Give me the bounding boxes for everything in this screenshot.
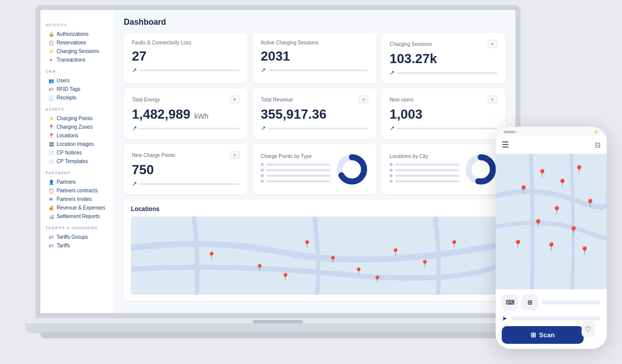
phone-bottom-panel: ⌨ ⊞ ➤ ⊞ Scan ♡ <box>496 289 607 349</box>
sidebar-item-label: Authorizations <box>57 31 88 37</box>
phone-pin-8: 📍 <box>513 239 523 249</box>
sidebar-item[interactable]: ✉ Partners Invites <box>45 195 109 203</box>
keyboard-icon-btn[interactable]: ⌨ <box>502 294 518 310</box>
card-value: 1,003 <box>390 108 497 121</box>
sidebar-item[interactable]: 📄 CP Templates <box>45 157 109 166</box>
sidebar-item-label: Charging Sessions <box>57 48 99 54</box>
stats-row-1: Faults & Connectivity Loss27↗ Active Cha… <box>124 33 505 83</box>
card-dropdown-btn[interactable]: ▾ <box>359 95 368 103</box>
phone-status-right: ⚡ <box>594 130 599 134</box>
chevron-down-icon: ▾ <box>362 97 365 102</box>
trend-bar <box>397 128 497 129</box>
main-content: Dashboard Faults & Connectivity Loss27↗ … <box>114 10 515 313</box>
map-title: Locations <box>131 205 498 213</box>
charge-points-by-type-card: Charge Points by Type <box>253 144 376 194</box>
sidebar-item-label: Users <box>57 78 70 83</box>
sidebar-section-label: CRM <box>45 69 109 74</box>
card-title-text: Active Charging Sessions <box>261 40 318 45</box>
sidebar-item[interactable]: 🔒 Authorizations <box>45 30 109 38</box>
card-dropdown-btn[interactable]: ▾ <box>230 151 240 159</box>
qr-icon-btn[interactable]: ⊞ <box>522 294 538 310</box>
sidebar-item[interactable]: 📋 Reservations <box>45 38 109 47</box>
phone-location-bar <box>511 317 601 321</box>
chart-label-item <box>390 169 459 172</box>
card-value-unit: kWh <box>193 112 209 120</box>
chart-dot <box>261 169 264 172</box>
sidebar-item[interactable]: 🏷 RFID Tags <box>45 85 109 93</box>
phone-header: ☰ ⊟ <box>496 136 607 154</box>
chart-label-bar <box>395 169 459 171</box>
sidebar-item-icon: 🏷 <box>48 243 54 248</box>
filter-icon[interactable]: ⊟ <box>595 141 601 149</box>
card-trend: ↗ <box>390 69 497 76</box>
sidebar-item-label: Locations <box>57 133 78 138</box>
phone-pin-7: 📍 <box>585 198 595 208</box>
sidebar-item[interactable]: 💰 Revenue & Expenses <box>45 203 109 212</box>
sidebar-item-label: Transactions <box>57 57 85 63</box>
chart-label-item <box>261 180 330 183</box>
card-value: 1,482,989 kWh <box>132 108 240 121</box>
card-value: 750 <box>132 163 240 176</box>
phone-pin-1: 📍 <box>537 169 547 178</box>
card-dropdown-btn[interactable]: ▾ <box>488 40 497 48</box>
chart-dot <box>390 174 393 177</box>
heart-button[interactable]: ♡ <box>582 321 595 337</box>
chart-label-item <box>261 169 330 172</box>
laptop-screen: ACTIVITY🔒 Authorizations📋 Reservations⚡ … <box>35 5 520 318</box>
sidebar-item-icon: 📍 <box>48 133 54 138</box>
sidebar-section-label: TARIFFS & VOUCHERS <box>45 226 109 230</box>
hamburger-icon[interactable]: ☰ <box>502 140 509 149</box>
sidebar-item[interactable]: 👤 Partners <box>45 178 109 186</box>
sidebar-item[interactable]: ⚡ Charging Sessions <box>45 47 109 56</box>
scan-button[interactable]: ⊞ Scan <box>502 326 584 344</box>
sidebar-item[interactable]: 👥 Users <box>45 76 109 85</box>
phone-device: 00000 ◦ ⚡ ☰ ⊟ 📍📍📍📍📍📍📍📍📍📍📍 ⌨ ⊞ ➤ ⊞ S <box>496 127 607 349</box>
sidebar-item[interactable]: 📄 CP Notices <box>45 148 109 157</box>
trend-bar <box>268 70 368 71</box>
sidebar-item[interactable]: ≡ Transactions <box>45 56 109 64</box>
stats-row-3: New Charge Points▾750↗ Charge Points by … <box>124 144 505 194</box>
stat-card: Active Charging Sessions2031↗ <box>253 33 376 83</box>
donut-chart <box>336 153 368 186</box>
sidebar-item[interactable]: 📍 Charging Zones <box>45 123 109 131</box>
sidebar-item[interactable]: 📍 Locations <box>45 131 109 140</box>
chart-label-bar <box>395 175 459 177</box>
chart-label-bar <box>266 175 330 177</box>
sidebar-item-icon: 📄 <box>48 159 54 164</box>
trend-arrow-icon: ↗ <box>132 67 137 74</box>
map-pin-6: 📍 <box>420 259 429 268</box>
card-value: 27 <box>132 49 240 63</box>
chart-label-bar <box>395 164 459 166</box>
sidebar-item[interactable]: 🖼 Location Images <box>45 140 109 148</box>
chart-labels <box>261 163 330 183</box>
phone-pin-2: 📍 <box>557 178 567 188</box>
phone-pin-9: 📍 <box>546 242 556 251</box>
card-dropdown-btn[interactable]: ▾ <box>488 95 497 103</box>
sidebar-item[interactable]: 📊 Settlement Reports <box>45 212 109 221</box>
trend-arrow-icon: ↗ <box>261 125 266 132</box>
sidebar-item-label: Reservations <box>57 40 86 45</box>
sidebar-item[interactable]: 🧾 Receipts <box>45 93 109 102</box>
card-title: New Charge Points▾ <box>132 151 240 159</box>
map-pin-2: 📍 <box>303 240 311 248</box>
card-dropdown-btn[interactable]: ▾ <box>230 95 240 103</box>
phone-icon-row: ⌨ ⊞ <box>502 294 601 310</box>
locations-by-city-card: Locations by City <box>381 144 505 194</box>
sidebar-section-label: ACTIVITY <box>45 23 109 27</box>
card-title-text: Total Energy <box>132 97 160 102</box>
chevron-down-icon: ▾ <box>491 97 494 102</box>
sidebar-item[interactable]: 📋 Partners contracts <box>45 186 109 195</box>
map-pin-9: 📍 <box>373 275 381 283</box>
card-trend: ↗ <box>132 67 240 74</box>
sidebar-item-label: Receipts <box>57 95 76 100</box>
chart-dot <box>390 163 393 166</box>
card-title-text: Locations by City <box>390 153 428 159</box>
chevron-down-icon: ▾ <box>233 152 236 158</box>
sidebar-item[interactable]: 🏷 Tariffs <box>45 241 109 250</box>
card-title-text: Total Revenue <box>261 97 293 102</box>
chart-label-bar <box>266 180 330 182</box>
sidebar-item[interactable]: ⚡ Charging Points <box>45 114 109 123</box>
sidebar-item[interactable]: 🏷 Tariffs Groups <box>45 233 109 241</box>
scan-icon: ⊞ <box>531 331 536 339</box>
card-title: Faults & Connectivity Loss <box>132 40 240 45</box>
